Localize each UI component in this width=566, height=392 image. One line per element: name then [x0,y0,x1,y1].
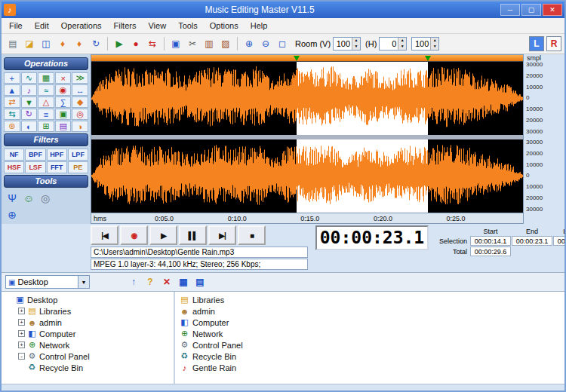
file-item-gentle-rain[interactable]: ♪Gentle Rain [180,362,564,373]
tree-item-control-panel[interactable]: -⚙Control Panel [2,351,174,362]
menu-tools[interactable]: Tools [172,19,204,32]
right-channel-button[interactable]: R [546,36,561,51]
filter-bpf-button[interactable]: BPF [25,149,45,161]
op-move-icon[interactable]: + [4,72,20,84]
op-note-icon[interactable]: ♪ [21,84,38,96]
microphone-icon[interactable]: Ψ [5,191,19,205]
waveform-display[interactable] [91,62,523,213]
save-icon[interactable]: ◫ [38,36,54,51]
op-peak-icon[interactable]: ▲ [4,84,20,96]
op-half-icon[interactable]: ◐ [21,121,38,132]
filter-nf-button[interactable]: NF [4,149,24,161]
left-channel-button[interactable]: L [529,36,544,51]
refresh-icon[interactable]: ↻ [88,36,104,51]
tree-item-desktop[interactable]: ▣Desktop [2,294,174,305]
op-select-icon[interactable]: ▣ [55,109,72,120]
time-ruler[interactable]: hms 0:05.00:10.00:15.00:20.00:25.0 [91,213,523,223]
spinner-down-icon[interactable]: ▼ [398,44,406,50]
op-drop-icon[interactable]: ▼ [21,96,38,108]
op-exchange-icon[interactable]: ⇄ [4,96,20,108]
file-item-computer[interactable]: ◧Computer [180,317,564,328]
cut-icon[interactable]: ✂ [184,36,201,51]
tree-item-network[interactable]: +⊕Network [2,339,174,351]
file-new-icon[interactable]: ▤ [5,36,21,51]
op-star-icon[interactable]: ⊛ [4,121,20,132]
file-item-network[interactable]: ⊕Network [180,328,564,339]
tree-item-computer[interactable]: +◧Computer [2,328,174,339]
paste-icon[interactable]: ▥ [201,36,217,51]
room-h-spin-buttons[interactable]: ▲▼ [398,38,406,50]
file-item-control-panel[interactable]: ⚙Control Panel [180,339,564,351]
play-button[interactable]: ▶ [149,225,177,245]
op-smooth-icon[interactable]: ≈ [38,84,54,96]
filter-hsf-button[interactable]: HSF [4,161,24,173]
op-rows-icon[interactable]: ▤ [55,121,72,132]
help-button[interactable]: ? [143,274,158,289]
file-item-admin[interactable]: ☻admin [180,305,564,317]
op-forward-icon[interactable]: ≫ [72,72,88,84]
op-sum-icon[interactable]: ∑ [55,96,72,108]
room-h-spinner[interactable]: 0 ▲▼ [379,37,407,51]
minimize-button[interactable]: ─ [500,4,520,16]
tools-header[interactable]: Tools [4,175,88,188]
zoom-out-icon[interactable]: ⊖ [257,36,274,51]
copy-icon[interactable]: ▣ [168,36,184,51]
stop-button[interactable]: ■ [238,225,266,245]
globe-icon[interactable]: ⊕ [5,208,19,222]
filter-fft-button[interactable]: FFT [47,161,67,173]
op-angle-icon[interactable]: △ [38,96,54,108]
tree-item-admin[interactable]: +☻admin [2,317,174,328]
record-circle-icon[interactable]: ● [128,36,144,51]
spinner-up-icon[interactable]: ▲ [398,38,406,44]
op-shift-icon[interactable]: ⇆ [4,109,20,120]
op-record-icon[interactable]: ◉ [55,84,72,96]
operations-header[interactable]: Operations [4,57,88,70]
close-button[interactable]: ✕ [543,4,562,16]
zoom-spin-buttons[interactable]: ▲▼ [430,38,438,50]
selection-start-marker-icon[interactable] [294,56,300,61]
combo-dropdown-arrow-icon[interactable]: ▼ [78,276,89,288]
preview-icon[interactable]: ◻ [274,36,291,51]
zoom-in-icon[interactable]: ⊕ [241,36,257,51]
spinner-down-icon[interactable]: ▼ [352,44,360,50]
op-disc-icon[interactable]: ◎ [72,109,88,120]
file-item-recycle-bin[interactable]: ♻Recycle Bin [180,351,564,362]
filter-lpf-button[interactable]: LPF [68,149,88,161]
play-circle-icon[interactable]: ▶ [111,36,128,51]
menu-options[interactable]: Options [204,19,245,32]
menu-file[interactable]: File [3,19,29,32]
marker-left-icon[interactable]: ♦ [54,36,71,51]
op-diamond-icon[interactable]: ◆ [72,96,88,108]
menu-help[interactable]: Help [245,19,274,32]
record-button[interactable]: ◉ [120,225,148,245]
spinner-down-icon[interactable]: ▼ [431,44,438,50]
pause-button[interactable]: ▌▌ [179,225,207,245]
op-levels-icon[interactable]: ≡ [38,109,54,120]
menu-view[interactable]: View [142,19,172,32]
tree-expand-box[interactable]: + [18,330,25,337]
marker-right-icon[interactable]: ♦ [71,36,88,51]
filter-hpf-button[interactable]: HPF [47,149,67,161]
cd-icon[interactable]: ◎ [38,191,52,205]
location-combo[interactable]: ▣ Desktop ▼ [5,275,90,289]
op-wave-icon[interactable]: ∿ [21,72,38,84]
op-swap-icon[interactable]: ↔ [72,84,88,96]
step-forward-button[interactable]: ▶| [208,225,236,245]
tree-expand-box[interactable]: + [18,319,25,326]
details-view-button[interactable]: ▤ [192,274,208,289]
filter-pe-button[interactable]: PE [68,161,88,173]
op-rotate-icon[interactable]: ↻ [21,109,38,120]
delete-button[interactable]: ✕ [159,274,174,289]
op-grid-icon[interactable]: ▦ [38,72,54,84]
menu-filters[interactable]: Filters [108,19,143,32]
smiley-disc-icon[interactable]: ☺ [22,191,35,205]
filters-header[interactable]: Filters [4,133,88,146]
maximize-button[interactable]: ▢ [521,4,541,16]
spinner-up-icon[interactable]: ▲ [352,38,360,44]
room-v-spinner[interactable]: 100 ▲▼ [333,37,361,51]
room-v-spin-buttons[interactable]: ▲▼ [352,38,360,50]
tree-item-recycle-bin[interactable]: ♻Recycle Bin [2,362,174,373]
loop-icon[interactable]: ⇆ [144,36,161,51]
op-plus-box-icon[interactable]: ⊞ [38,121,54,132]
filter-lsf-button[interactable]: LSF [25,161,45,173]
